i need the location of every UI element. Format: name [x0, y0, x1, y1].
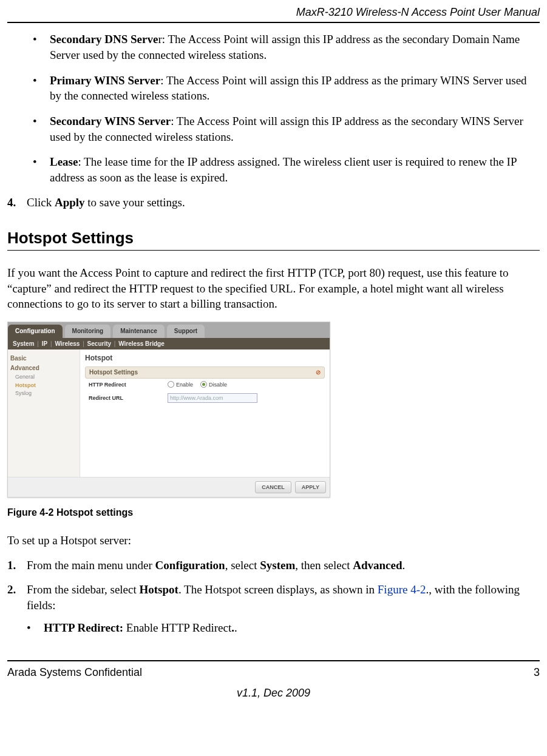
label-http-redirect: HTTP Redirect [89, 381, 168, 388]
row-redirect-url: Redirect URL http://www.Arada.com [85, 391, 325, 405]
text: Enable HTTP Redirect [126, 621, 231, 634]
text: From the sidebar, select [27, 583, 140, 596]
term: Secondary DNS Serve [50, 33, 158, 46]
radio-icon [200, 381, 207, 388]
lead-sentence: To set up a Hotspot server: [7, 533, 540, 548]
step-body: From the main menu under Configuration, … [27, 558, 540, 573]
text: . [234, 621, 237, 634]
text: , select [225, 559, 260, 572]
bold: HTTP Redirect: [44, 621, 126, 634]
term: Secondary WINS Server [50, 115, 171, 127]
section-heading: Hotspot Settings [7, 228, 540, 249]
bullet-item: • Secondary WINS Server: The Access Poin… [33, 113, 540, 144]
bullet-body: Secondary WINS Server: The Access Point … [50, 113, 540, 144]
text: , then select [295, 559, 353, 572]
definition-bullets: • Secondary DNS Server: The Access Point… [33, 32, 540, 185]
bullet-marker: • [33, 113, 50, 144]
setup-steps: 1. From the main menu under Configuratio… [7, 558, 540, 646]
help-icon[interactable]: ⊘ [316, 368, 321, 377]
numbered-step: 4. Click Apply to save your settings. [7, 195, 540, 211]
tab-configuration[interactable]: Configuration [8, 325, 63, 338]
radio-label: Enable [176, 381, 193, 388]
desc: : The lease time for the IP address assi… [50, 155, 517, 184]
sidebar-item-syslog[interactable]: Syslog [15, 390, 77, 398]
bold: System [260, 559, 295, 572]
step-number: 1. [7, 558, 27, 573]
panel: Hotspot Hotspot Settings ⊘ HTTP Redirect… [80, 349, 330, 477]
sidebar-item-hotspot[interactable]: Hotspot [15, 382, 77, 390]
section-rule [7, 250, 540, 251]
step-body: From the sidebar, select Hotspot. The Ho… [27, 582, 540, 646]
sep: | [37, 340, 40, 347]
step-number: 4. [7, 195, 27, 211]
sidebar-item-general[interactable]: General [15, 373, 77, 382]
bullet-body: Secondary DNS Server: The Access Point w… [50, 32, 540, 62]
figure-caption: Figure 4-2 Hotspot settings [7, 506, 540, 519]
text: Click [27, 196, 55, 209]
panel-title: Hotspot [85, 353, 325, 363]
step-body: Click Apply to save your settings. [27, 195, 540, 211]
radio-enable[interactable]: Enable [168, 381, 193, 388]
subnav-wireless-bridge[interactable]: Wireless Bridge [118, 340, 165, 347]
radio-icon [168, 381, 174, 388]
footer-version: v1.1, Dec 2009 [7, 686, 540, 700]
step-number: 2. [7, 582, 27, 646]
apply-button[interactable]: APPLY [295, 481, 326, 493]
sidebar-basic[interactable]: Basic [10, 354, 77, 363]
hotspot-screenshot: Configuration Monitoring Maintenance Sup… [7, 322, 330, 498]
tab-support[interactable]: Support [167, 325, 205, 338]
radio-disable[interactable]: Disable [200, 381, 227, 388]
cancel-button[interactable]: CANCEL [255, 481, 291, 493]
panel-header-label: Hotspot Settings [89, 368, 138, 377]
apply-word: Apply [55, 196, 85, 209]
sep: | [50, 340, 53, 347]
term: Lease [50, 155, 78, 168]
sidebar: Basic Advanced General Hotspot Syslog [8, 349, 80, 477]
bold: Advanced [353, 559, 402, 572]
bullet-marker: • [33, 154, 50, 185]
intro-paragraph: If you want the Access Point to capture … [7, 265, 540, 312]
text: to save your settings. [85, 196, 185, 209]
bullet-marker: • [33, 32, 50, 62]
bullet-marker: • [27, 620, 44, 636]
header-rule [7, 22, 540, 23]
page-number: 3 [534, 665, 540, 680]
bold: Hotspot [140, 583, 178, 596]
term: Primary WINS Server [50, 74, 160, 87]
figure-link[interactable]: Figure 4-2 [378, 583, 426, 596]
redirect-url-input[interactable]: http://www.Arada.com [168, 393, 257, 403]
tab-maintenance[interactable]: Maintenance [113, 325, 165, 338]
panel-header: Hotspot Settings ⊘ [85, 366, 325, 379]
footer-left: Arada Systems Confidential [7, 665, 142, 680]
radio-label: Disable [209, 381, 227, 388]
bullet-item: • Lease: The lease time for the IP addre… [33, 154, 540, 185]
bullet-body: Primary WINS Server: The Access Point wi… [50, 73, 540, 104]
sub-nav: System | IP | Wireless | Security | Wire… [8, 338, 330, 350]
bullet-body: Lease: The lease time for the IP address… [50, 154, 540, 185]
top-tabs: Configuration Monitoring Maintenance Sup… [8, 322, 330, 338]
running-header: MaxR-3210 Wireless-N Access Point User M… [7, 5, 540, 19]
sep: | [83, 340, 86, 347]
bullet-item: • Primary WINS Server: The Access Point … [33, 73, 540, 104]
button-bar: CANCEL APPLY [8, 477, 330, 497]
subnav-wireless[interactable]: Wireless [55, 340, 80, 347]
footer: Arada Systems Confidential 3 [7, 660, 540, 680]
tab-monitoring[interactable]: Monitoring [65, 325, 111, 338]
sidebar-advanced[interactable]: Advanced [10, 364, 77, 373]
subnav-security[interactable]: Security [87, 340, 111, 347]
text: From the main menu under [27, 559, 155, 572]
bold: Configuration [155, 559, 225, 572]
sep: | [114, 340, 117, 347]
text: . The Hotspot screen displays, as shown … [178, 583, 378, 596]
label-redirect-url: Redirect URL [89, 394, 168, 402]
text: . [403, 559, 406, 572]
bullet-marker: • [33, 73, 50, 104]
subnav-system[interactable]: System [13, 340, 35, 347]
bullet-body: HTTP Redirect: Enable HTTP Redirect.. [44, 620, 540, 636]
row-http-redirect: HTTP Redirect Enable Disable [85, 379, 325, 391]
subnav-ip[interactable]: IP [42, 340, 47, 347]
bullet-item: • Secondary DNS Server: The Access Point… [33, 32, 540, 62]
